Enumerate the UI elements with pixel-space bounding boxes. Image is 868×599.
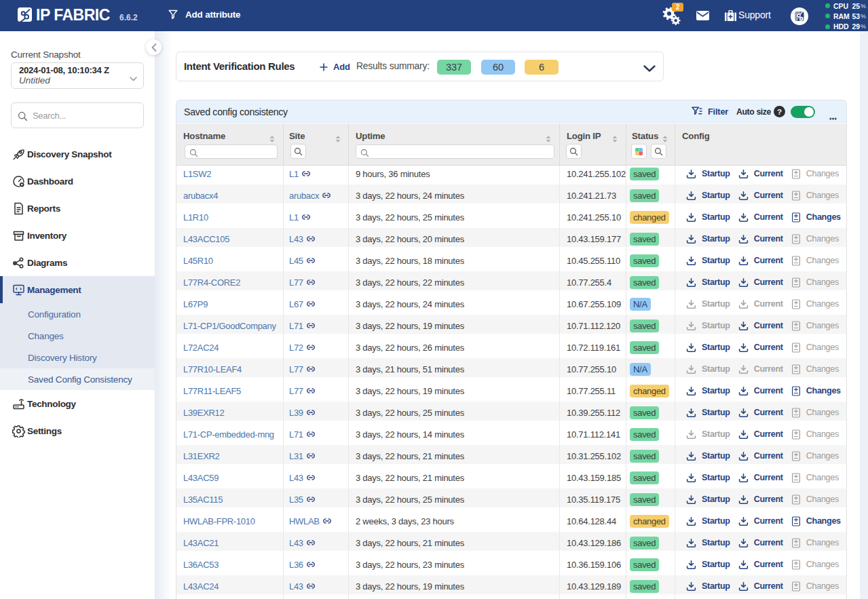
svg-text:?: ? [777,108,782,116]
